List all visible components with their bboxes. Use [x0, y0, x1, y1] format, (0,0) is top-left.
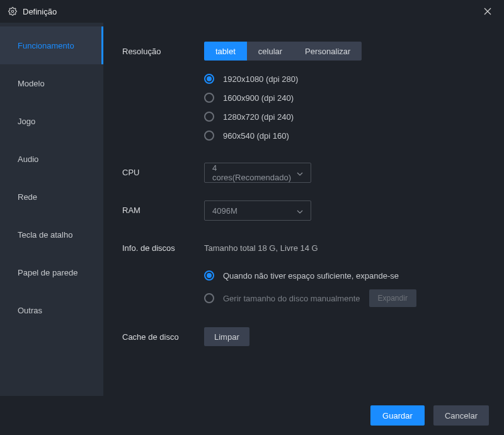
cpu-select[interactable]: 4 cores(Recomendado) — [204, 163, 311, 183]
resolution-option-1600x900[interactable]: 1600x900 (dpi 240) — [204, 88, 489, 107]
sidebar-item-funcionamento[interactable]: Funcionamento — [0, 26, 103, 64]
ram-select[interactable]: 4096M — [204, 200, 311, 221]
main-panel: Resolução tablet celular Personalizar 19… — [103, 23, 504, 396]
close-button[interactable] — [479, 3, 496, 20]
radio-label: 1600x900 (dpi 240) — [223, 93, 294, 103]
close-icon — [484, 8, 491, 15]
resolution-label: Resolução — [122, 42, 204, 56]
sidebar-item-rede[interactable]: Rede — [0, 178, 103, 216]
radio-label: Quando não tiver espaço suficiente, expa… — [223, 271, 399, 281]
chevron-down-icon — [297, 206, 303, 216]
disk-size-info: Tamanho total 18 G, Livre 14 G — [204, 243, 489, 253]
footer: Guardar Cancelar — [0, 396, 504, 435]
radio-icon — [204, 112, 214, 122]
resolution-option-1280x720[interactable]: 1280x720 (dpi 240) — [204, 107, 489, 126]
tab-tablet[interactable]: tablet — [204, 42, 247, 61]
cpu-label: CPU — [122, 163, 204, 177]
resolution-mode-tabs: tablet celular Personalizar — [204, 42, 362, 61]
sidebar-item-label: Tecla de atalho — [18, 230, 72, 240]
sidebar-item-label: Rede — [18, 192, 37, 202]
radio-icon — [204, 130, 214, 141]
chevron-down-icon — [297, 168, 303, 178]
sidebar-item-audio[interactable]: Audio — [0, 140, 103, 178]
clear-cache-button[interactable]: Limpar — [204, 327, 249, 346]
radio-label: Gerir tamanho do disco manualmente — [223, 294, 360, 303]
tab-personalizar[interactable]: Personalizar — [294, 42, 362, 61]
sidebar-item-jogo[interactable]: Jogo — [0, 102, 103, 140]
resolution-option-960x540[interactable]: 960x540 (dpi 160) — [204, 126, 489, 145]
sidebar-item-label: Jogo — [18, 117, 35, 126]
resolution-option-1920x1080[interactable]: 1920x1080 (dpi 280) — [204, 69, 489, 88]
sidebar-item-label: Papel de parede — [18, 268, 77, 277]
radio-icon — [204, 270, 214, 281]
sidebar-item-outras[interactable]: Outras — [0, 291, 103, 329]
cpu-select-value: 4 cores(Recomendado) — [212, 163, 297, 182]
sidebar-item-modelo[interactable]: Modelo — [0, 64, 103, 102]
radio-label: 960x540 (dpi 160) — [223, 131, 289, 141]
titlebar: Definição — [0, 0, 504, 23]
sidebar: Funcionamento Modelo Jogo Audio Rede Tec… — [0, 23, 103, 396]
save-button[interactable]: Guardar — [370, 405, 425, 426]
radio-icon — [204, 74, 214, 84]
radio-label: 1920x1080 (dpi 280) — [223, 74, 298, 84]
settings-icon — [8, 6, 18, 16]
sidebar-item-label: Outras — [18, 306, 42, 315]
disk-label: Info. de discos — [122, 238, 204, 253]
sidebar-item-tecla-atalho[interactable]: Tecla de atalho — [0, 216, 103, 253]
radio-icon — [204, 93, 214, 103]
expand-button[interactable]: Expandir — [369, 289, 416, 307]
ram-select-value: 4096M — [212, 206, 238, 216]
sidebar-item-label: Audio — [18, 154, 38, 164]
radio-label: 1280x720 (dpi 240) — [223, 112, 294, 122]
cache-label: Cache de disco — [122, 327, 204, 342]
svg-point-0 — [11, 10, 14, 13]
cancel-button[interactable]: Cancelar — [433, 405, 489, 426]
disk-option-auto-expand[interactable]: Quando não tiver espaço suficiente, expa… — [204, 264, 489, 287]
ram-label: RAM — [122, 200, 204, 215]
sidebar-item-papel-parede[interactable]: Papel de parede — [0, 253, 103, 291]
sidebar-item-label: Modelo — [18, 79, 45, 88]
window-title: Definição — [23, 7, 57, 16]
disk-option-manual[interactable]: Gerir tamanho do disco manualmente Expan… — [204, 287, 489, 310]
radio-icon — [204, 293, 214, 303]
tab-celular[interactable]: celular — [247, 42, 294, 61]
sidebar-item-label: Funcionamento — [18, 41, 74, 50]
